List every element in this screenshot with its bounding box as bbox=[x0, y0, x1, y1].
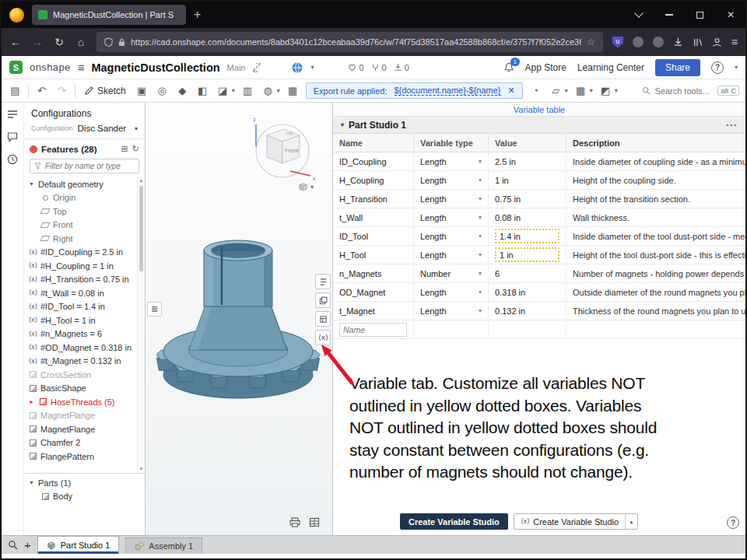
var-value-cell[interactable]: 1 in bbox=[489, 171, 566, 189]
reload-button[interactable]: ↻ bbox=[53, 36, 65, 48]
var-name-cell[interactable]: ID_Tool bbox=[333, 227, 414, 245]
tree-item[interactable]: MagnetFlange bbox=[24, 409, 136, 423]
close-button[interactable]: ✕ bbox=[727, 9, 735, 20]
highlighted-value-box[interactable]: 1 in bbox=[495, 247, 559, 262]
tree-scrollbar[interactable]: ▲ ▼ bbox=[137, 177, 145, 473]
structure-panel-icon[interactable] bbox=[315, 274, 331, 289]
search-tools-input[interactable] bbox=[654, 86, 714, 96]
var-type-dropdown[interactable]: Length▾ bbox=[414, 227, 489, 245]
tree-item[interactable]: (x)#t_Wall = 0.08 in bbox=[24, 286, 136, 300]
var-type-dropdown[interactable]: Number▾ bbox=[414, 264, 489, 282]
table-row-highlighted[interactable]: H_Tool Length▾ 1 in Height of the tool d… bbox=[333, 246, 745, 264]
caret-icon[interactable]: ▸ bbox=[28, 398, 35, 405]
tab-search-icon[interactable] bbox=[8, 540, 18, 550]
printer-icon[interactable] bbox=[289, 517, 300, 527]
tree-item[interactable]: CrossSection bbox=[24, 368, 136, 382]
back-button[interactable]: ← bbox=[9, 36, 22, 48]
extension-icon-2[interactable] bbox=[653, 37, 664, 47]
loft-icon[interactable]: ◧ bbox=[195, 83, 210, 98]
sweep-icon[interactable]: ◆ bbox=[175, 83, 190, 98]
panel-help-button[interactable]: ? bbox=[727, 516, 739, 529]
var-type-dropdown[interactable]: Length▾ bbox=[414, 246, 489, 264]
insert-folder-icon[interactable]: ⊞ bbox=[121, 144, 128, 154]
tabs-list-chevron-icon[interactable] bbox=[634, 9, 643, 17]
tree-item[interactable]: ▾Default geometry bbox=[24, 177, 136, 191]
table-row[interactable]: OD_Magnet Length▾ 0.318 in Outside diame… bbox=[333, 283, 745, 302]
scroll-up-icon[interactable]: ▲ bbox=[139, 177, 144, 184]
library-icon[interactable] bbox=[693, 37, 703, 47]
tree-item[interactable]: (x)#t_Magnet = 0.132 in bbox=[24, 355, 136, 369]
chevron-down-icon[interactable]: ▾ bbox=[479, 195, 482, 202]
minimize-button[interactable] bbox=[665, 14, 673, 16]
chevron-down-icon[interactable]: ▾ bbox=[479, 177, 482, 184]
document-menu-icon[interactable]: ≡ bbox=[78, 61, 85, 74]
parts-header[interactable]: ▾Parts (1) bbox=[24, 476, 145, 490]
var-name-cell[interactable]: t_Wall bbox=[333, 208, 414, 226]
var-desc-cell[interactable]: Inside diameter of the tool dust-port si… bbox=[566, 227, 745, 245]
globe-caret-icon[interactable]: ▾ bbox=[310, 64, 314, 71]
forward-button[interactable]: → bbox=[31, 36, 44, 48]
table-row[interactable]: n_Magnets Number▾ 6 Number of magnets - … bbox=[333, 264, 745, 283]
app-store-link[interactable]: App Store bbox=[525, 62, 566, 73]
chevron-down-icon[interactable]: ▾ bbox=[479, 270, 482, 277]
highlighted-value-box[interactable]: 1.4 in bbox=[495, 229, 559, 243]
var-type-dropdown[interactable]: Length▾ bbox=[414, 283, 489, 301]
chevron-down-icon[interactable]: ▾ bbox=[479, 251, 482, 258]
firefox-icon[interactable] bbox=[9, 8, 24, 23]
tree-item[interactable]: (x)#ID_Tool = 1.4 in bbox=[24, 300, 136, 314]
panel-toggle-icon[interactable] bbox=[7, 109, 18, 120]
tab-assembly[interactable]: Assembly 1 bbox=[125, 537, 202, 554]
undo-button[interactable]: ↶ bbox=[34, 83, 49, 98]
var-name-cell[interactable]: t_Magnet bbox=[333, 302, 414, 320]
shell-icon[interactable]: ▥ bbox=[240, 83, 255, 98]
redo-button[interactable]: ↷ bbox=[54, 83, 69, 98]
named-views-icon[interactable]: ≣ bbox=[147, 302, 162, 317]
var-value-cell[interactable]: 1 in bbox=[489, 246, 566, 264]
var-desc-cell[interactable]: Outside diameter of the round magnets yo… bbox=[566, 283, 745, 301]
var-value-cell[interactable]: 2.5 in bbox=[489, 152, 566, 170]
table-row[interactable]: ID_Coupling Length▾ 2.5 in Inside diamet… bbox=[333, 152, 745, 171]
tree-item[interactable]: BasicShape bbox=[24, 382, 136, 396]
help-menu-button[interactable]: ? bbox=[711, 61, 724, 74]
ublock-extension-icon[interactable]: u bbox=[612, 37, 623, 48]
var-type-dropdown[interactable]: Length▾ bbox=[414, 208, 489, 226]
revolve-icon[interactable]: ◎ bbox=[155, 83, 170, 98]
new-tab-button[interactable]: + bbox=[194, 9, 201, 21]
table-row[interactable]: t_Magnet Length▾ 0.132 in Thickness of t… bbox=[333, 302, 745, 320]
var-desc-cell[interactable]: Thickness of the round magnets you plan … bbox=[566, 302, 745, 320]
table-row[interactable]: t_Wall Length▾ 0.08 in Wall thickness. bbox=[333, 208, 745, 227]
browser-tab[interactable]: MagneticDustCollection | Part S bbox=[32, 5, 186, 25]
var-value-cell[interactable]: 0.132 in bbox=[489, 302, 566, 320]
help-caret-icon[interactable]: ▾ bbox=[735, 64, 738, 71]
like-count[interactable]: 0 bbox=[348, 63, 363, 72]
new-variable-name-input[interactable] bbox=[339, 323, 407, 337]
download-icon[interactable] bbox=[673, 37, 683, 47]
var-desc-cell[interactable]: Height of the coupling side. bbox=[566, 171, 745, 189]
maximize-button[interactable] bbox=[696, 12, 703, 19]
tree-item[interactable]: (x)#H_Transition = 0.75 in bbox=[24, 273, 136, 287]
table-row-highlighted[interactable]: ID_Tool Length▾ 1.4 in Inside diameter o… bbox=[333, 227, 745, 246]
tree-item[interactable]: Front bbox=[24, 219, 136, 233]
scroll-down-icon[interactable]: ▼ bbox=[139, 466, 144, 473]
chevron-down-icon[interactable]: ▾ bbox=[479, 158, 482, 165]
tree-item[interactable]: MagnetFlange bbox=[24, 422, 136, 436]
feature-list-toggle-icon[interactable]: ▤ bbox=[8, 83, 23, 98]
var-name-cell[interactable]: ID_Coupling bbox=[333, 152, 414, 170]
graphics-viewport[interactable]: Top Front z x ▾ bbox=[146, 103, 333, 535]
dropdown-caret-icon[interactable]: ▴ bbox=[625, 514, 637, 529]
var-type-dropdown[interactable]: Length▾ bbox=[414, 190, 489, 208]
var-type-dropdown[interactable]: Length▾ bbox=[414, 152, 489, 170]
configuration-selector[interactable]: Configuration Disc Sander ▾ bbox=[24, 121, 145, 139]
table-group[interactable]: ▦▾ bbox=[573, 83, 593, 98]
history-icon[interactable] bbox=[7, 154, 18, 165]
search-tools[interactable]: alt C bbox=[642, 86, 739, 96]
var-type-dropdown[interactable]: Length▾ bbox=[414, 171, 489, 189]
table-row[interactable]: H_Transition Length▾ 0.75 in Height of t… bbox=[333, 190, 745, 208]
extension-icon[interactable] bbox=[633, 37, 644, 47]
chevron-down-icon[interactable]: ▾ bbox=[479, 307, 482, 314]
new-variable-row[interactable] bbox=[333, 320, 745, 339]
tree-item[interactable]: (x)#n_Magnets = 6 bbox=[24, 327, 136, 341]
sheet-metal-group[interactable]: ▱▾ bbox=[549, 83, 568, 98]
var-value-cell[interactable]: 0.75 in bbox=[489, 190, 566, 208]
view-cube[interactable]: Top Front z x bbox=[247, 112, 321, 184]
